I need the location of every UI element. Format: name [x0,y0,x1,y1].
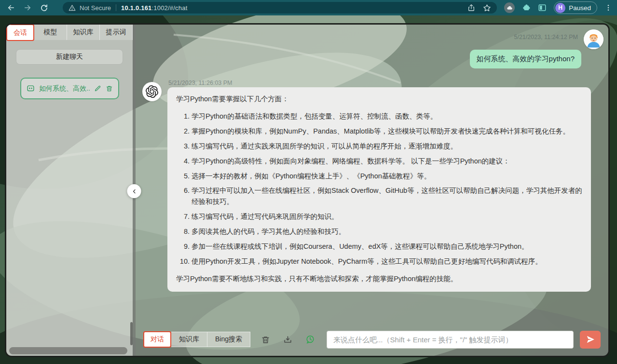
star-icon [483,4,491,12]
assistant-message-timestamp: 5/21/2023, 11:26:03 PM [168,80,603,86]
delete-conversation-trash-icon[interactable] [106,85,113,92]
message-list: 5/21/2023, 11:24:12 PM [142,29,603,326]
sync-status-button[interactable] [504,2,515,13]
send-plane-icon [586,335,595,344]
list-item: 学习过程中可以加入一些在线编程社区，例如Stack Overflow、GitHu… [192,185,582,207]
list-item: 练习编写代码，通过写代码来巩固所学的知识。 [192,211,582,222]
back-icon [7,3,15,12]
reload-button[interactable] [38,1,50,14]
assistant-intro-paragraph: 学习Python需要掌握以下几个方面： [176,94,582,105]
chevron-left-icon [131,189,137,194]
tab-knowledge-base-mode[interactable]: 知识库 [171,332,207,347]
message-input[interactable] [327,331,574,349]
share-icon [467,4,475,12]
browser-actions: H Paused [504,1,612,14]
assistant-message: 5/21/2023, 11:26:03 PM 学习Python需要掌握以下几个方… [142,80,603,292]
extensions-button[interactable] [522,3,531,12]
chat-bubble-icon [27,84,35,93]
chat-app-window: 会话 模型 知识库 提示词 新建聊天 如何系统、高效... [5,23,610,357]
list-item: 学习Python的高级特性，例如面向对象编程、网络编程、数据科学等。 以下是一些… [192,156,582,167]
assistant-outro-paragraph: 学习Python需要不断地练习和实践，只有不断地尝试和探索，才能掌握Python… [176,273,582,284]
new-chat-button[interactable]: 新建聊天 [16,49,123,65]
page-url: 10.1.0.161:1002/#/chat [121,4,187,12]
history-clock-icon[interactable] [305,335,315,344]
forward-icon [23,3,32,12]
reload-icon [40,4,48,12]
warning-triangle-icon [69,4,76,12]
side-panel-icon [538,3,547,12]
chat-main-area: 5/21/2023, 11:24:12 PM [136,25,608,356]
profile-status-label: Paused [569,4,591,12]
bookmark-button[interactable] [483,4,491,12]
collapse-sidebar-button[interactable] [127,184,141,198]
export-download-icon[interactable] [283,335,292,344]
tab-knowledge-base[interactable]: 知识库 [67,25,100,40]
security-label: Not Secure [80,4,111,12]
share-button[interactable] [467,4,475,12]
composer-toolbar: 对话 知识库 Bing搜索 [143,330,601,349]
clear-chat-trash-icon[interactable] [261,335,270,344]
tab-models[interactable]: 模型 [34,25,67,40]
assistant-avatar [142,82,162,101]
forward-button[interactable] [21,1,34,14]
list-item: 多阅读其他人的代码，学习其他人的经验和技巧。 [192,226,582,237]
profile-avatar: H [555,3,565,13]
assistant-numbered-list: 学习Python的基础语法和数据类型，包括变量、运算符、控制流、函数、类等。 掌… [176,111,582,267]
url-host: 10.1.0.161 [121,4,151,12]
browser-toolbar: Not Secure 10.1.0.161:1002/#/chat H Paus… [0,0,617,15]
extensions-puzzle-icon [522,3,531,12]
cloud-icon [507,5,513,11]
address-bar[interactable]: Not Secure 10.1.0.161:1002/#/chat [63,2,497,13]
list-item: 使用Python开发工具，例如Jupyter Notebook、PyCharm等… [192,256,582,267]
sidebar-horizontal-scrollbar[interactable] [9,347,127,354]
tab-dialogue-mode[interactable]: 对话 [143,331,171,348]
user-avatar-illustration [584,29,603,49]
conversation-list-item[interactable]: 如何系统、高效... [20,78,119,99]
openai-logo-icon [146,85,158,98]
user-message-timestamp: 5/21/2023, 11:24:12 PM [514,34,578,40]
list-item: 选择一本好的教材，例如《Python编程快速上手》、《Python基础教程》等。 [192,171,582,182]
list-item: 练习编写代码，通过实践来巩固所学的知识，可以从简单的程序开始，逐渐增加难度。 [192,141,582,152]
page-viewport: 会话 模型 知识库 提示词 新建聊天 如何系统、高效... [0,15,617,364]
assistant-message-bubble: 学习Python需要掌握以下几个方面： 学习Python的基础语法和数据类型，包… [167,87,591,292]
tab-conversations[interactable]: 会话 [6,24,34,41]
side-panel-button[interactable] [538,3,547,12]
user-message: 5/21/2023, 11:24:12 PM [142,29,603,68]
address-separator [116,4,116,11]
edit-pencil-icon[interactable] [94,85,101,92]
sidebar-divider[interactable] [133,25,136,356]
browser-menu-button[interactable] [604,4,612,12]
browser-profile-button[interactable]: H Paused [554,1,597,14]
conversation-title: 如何系统、高效... [39,84,90,93]
list-item: 学习Python的基础语法和数据类型，包括变量、运算符、控制流、函数、类等。 [192,111,582,122]
send-button[interactable] [580,331,601,349]
sidebar: 会话 模型 知识库 提示词 新建聊天 如何系统、高效... [6,25,133,356]
user-message-bubble: 如何系统、高效的学习python? [470,50,581,68]
tab-prompts[interactable]: 提示词 [100,25,133,40]
url-path: :1002/#/chat [152,4,188,12]
composer-mode-tabs: 对话 知识库 Bing搜索 [143,332,250,347]
list-item: 参加一些在线课程或线下培训，例如Coursera、Udemy、edX等，这些课程… [192,241,582,252]
tab-bing-search-mode[interactable]: Bing搜索 [207,332,250,347]
sidebar-tabs: 会话 模型 知识库 提示词 [6,25,133,40]
user-avatar [584,29,603,49]
list-item: 掌握Python的模块和库，例如NumPy、Pandas、Matplotlib等… [192,126,582,137]
more-vertical-icon [604,4,612,12]
back-button[interactable] [5,1,17,14]
